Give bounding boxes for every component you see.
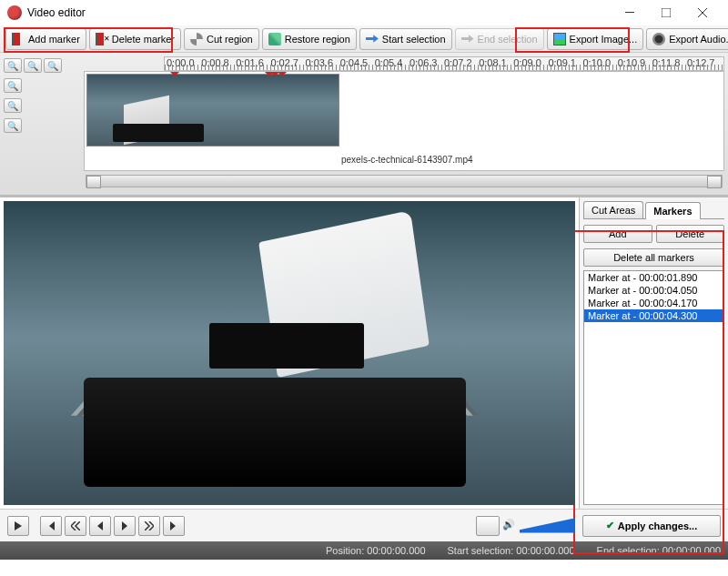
marker-icon[interactable] bbox=[170, 72, 179, 81]
marker-delete-button[interactable]: Delete bbox=[656, 225, 725, 243]
marker-list-item[interactable]: Marker at - 00:00:01.890 bbox=[584, 271, 723, 284]
clip-filename: pexels-c-technical-6143907.mp4 bbox=[341, 155, 473, 165]
export-audio-label: Export Audio... bbox=[669, 34, 728, 45]
zoom-in-v-button[interactable]: 🔍 bbox=[4, 78, 22, 93]
frame-back-button[interactable] bbox=[89, 516, 111, 536]
marker-list-item[interactable]: Marker at - 00:00:04.300 bbox=[584, 309, 723, 322]
ruler-tick: 0:03.6 bbox=[306, 57, 340, 68]
add-marker-button[interactable]: Add marker bbox=[5, 28, 86, 50]
close-button[interactable] bbox=[684, 0, 721, 25]
step-forward-button[interactable] bbox=[138, 516, 160, 536]
zoom-fit-button[interactable]: 🔍 bbox=[44, 58, 62, 73]
restore-icon bbox=[268, 33, 281, 45]
playback-controls: 🔊 Apply changes... bbox=[0, 509, 728, 541]
snapshot-button[interactable] bbox=[476, 516, 500, 536]
flag-icon bbox=[12, 33, 25, 45]
speaker-icon[interactable]: 🔊 bbox=[502, 519, 517, 533]
position-label: Position: bbox=[326, 545, 364, 556]
scissors-icon bbox=[190, 33, 203, 45]
ruler-tick: 0:06.3 bbox=[410, 57, 444, 68]
arrow-right-grey-icon bbox=[461, 33, 474, 45]
restore-region-button[interactable]: Restore region bbox=[262, 28, 357, 50]
preview-content bbox=[209, 323, 364, 369]
ruler-tick: 0:07.2 bbox=[444, 57, 479, 68]
ruler-tick: 0:02.7 bbox=[270, 57, 305, 68]
timeline-track[interactable]: pexels-c-technical-6143907.mp4 bbox=[84, 71, 724, 171]
svg-rect-1 bbox=[662, 8, 671, 17]
svg-rect-0 bbox=[625, 12, 634, 13]
ruler-tick: 0:05.4 bbox=[375, 57, 410, 68]
title-bar: Video editor bbox=[0, 0, 728, 25]
add-marker-label: Add marker bbox=[28, 34, 80, 45]
zoom-out-button[interactable]: 🔍 bbox=[24, 58, 42, 73]
marker-add-button[interactable]: Add bbox=[583, 225, 652, 243]
restore-region-label: Restore region bbox=[285, 34, 350, 45]
arrow-right-icon bbox=[366, 33, 379, 45]
ruler-tick: 0:10.0 bbox=[583, 57, 618, 68]
audio-icon bbox=[652, 33, 665, 45]
minimize-button[interactable] bbox=[612, 0, 648, 25]
ruler-tick: 0:08.1 bbox=[479, 57, 513, 68]
tab-cut-areas[interactable]: Cut Areas bbox=[583, 201, 643, 218]
ruler-tick: 0:09.1 bbox=[548, 57, 582, 68]
start-sel-label: Start selection: bbox=[448, 545, 514, 556]
markers-panel: Cut Areas Markers Add Delete Delete all … bbox=[579, 197, 728, 509]
start-selection-button[interactable]: Start selection bbox=[359, 28, 452, 50]
zoom-in-button[interactable]: 🔍 bbox=[4, 58, 22, 73]
video-preview[interactable] bbox=[4, 201, 575, 505]
cut-region-label: Cut region bbox=[207, 34, 253, 45]
play-button[interactable] bbox=[7, 516, 29, 536]
image-icon bbox=[553, 33, 566, 45]
ruler-tick: 0:12.7 bbox=[687, 57, 722, 68]
apply-changes-label: Apply changes... bbox=[618, 520, 697, 531]
end-sel-value: 00:00:00.000 bbox=[662, 545, 721, 556]
ruler-tick: 0:10.9 bbox=[618, 57, 652, 68]
status-bar: Position: 00:00:00.000 Start selection: … bbox=[0, 541, 728, 560]
apply-changes-button[interactable]: Apply changes... bbox=[582, 515, 721, 537]
zoom-out-v-button[interactable]: 🔍 bbox=[4, 98, 22, 113]
zoom-reset-v-button[interactable]: 🔍 bbox=[4, 118, 22, 133]
timeline-ruler[interactable]: 0:00.00:00.80:01.60:02.70:03.60:04.50:05… bbox=[164, 56, 724, 71]
end-sel-label: End selection: bbox=[597, 545, 660, 556]
preview-panel bbox=[0, 197, 579, 509]
timeline-scrollbar[interactable] bbox=[86, 175, 723, 187]
marker-icon[interactable] bbox=[278, 72, 287, 81]
position-value: 00:00:00.000 bbox=[367, 545, 425, 556]
ruler-tick: 0:11.8 bbox=[652, 57, 687, 68]
app-logo-icon bbox=[7, 5, 22, 20]
ruler-tick: 0:04.5 bbox=[340, 57, 375, 68]
flag-x-icon bbox=[96, 33, 108, 45]
ruler-tick: 0:00.0 bbox=[167, 57, 201, 68]
volume-slider[interactable] bbox=[520, 519, 574, 533]
ruler-tick: 0:00.8 bbox=[201, 57, 236, 68]
export-image-button[interactable]: Export Image... bbox=[547, 28, 644, 50]
goto-start-button[interactable] bbox=[40, 516, 62, 536]
delete-marker-button[interactable]: Delete marker bbox=[89, 28, 181, 50]
start-sel-value: 00:00:00.000 bbox=[516, 545, 574, 556]
video-thumbnail[interactable] bbox=[86, 74, 339, 147]
frame-forward-button[interactable] bbox=[114, 516, 136, 536]
ruler-tick: 0:09.0 bbox=[513, 57, 548, 68]
end-selection-label: End selection bbox=[478, 34, 538, 45]
marker-list-item[interactable]: Marker at - 00:00:04.050 bbox=[584, 284, 723, 297]
maximize-button[interactable] bbox=[648, 0, 684, 25]
start-selection-label: Start selection bbox=[382, 34, 446, 45]
ruler-tick: 0:01.6 bbox=[236, 57, 270, 68]
marker-list-item[interactable]: Marker at - 00:00:04.170 bbox=[584, 297, 723, 309]
delete-all-markers-button[interactable]: Delete all markers bbox=[583, 248, 724, 267]
window-title: Video editor bbox=[27, 6, 612, 19]
end-selection-button[interactable]: End selection bbox=[455, 28, 544, 50]
export-image-label: Export Image... bbox=[570, 34, 638, 45]
cut-region-button[interactable]: Cut region bbox=[184, 28, 259, 50]
main-toolbar: Add marker Delete marker Cut region Rest… bbox=[0, 25, 728, 53]
delete-marker-label: Delete marker bbox=[112, 34, 175, 45]
timeline-zoom-controls: 🔍 🔍 🔍 🔍 🔍 🔍 bbox=[4, 56, 84, 171]
preview-content bbox=[84, 378, 466, 487]
step-back-button[interactable] bbox=[65, 516, 86, 536]
tab-markers[interactable]: Markers bbox=[645, 202, 700, 219]
timeline-panel: 🔍 🔍 🔍 🔍 🔍 🔍 0:00.00:00.80:01.60:02.70:03… bbox=[0, 53, 728, 196]
goto-end-button[interactable] bbox=[163, 516, 185, 536]
marker-list[interactable]: Marker at - 00:00:01.890Marker at - 00:0… bbox=[583, 270, 724, 505]
export-audio-button[interactable]: Export Audio... bbox=[646, 28, 728, 50]
